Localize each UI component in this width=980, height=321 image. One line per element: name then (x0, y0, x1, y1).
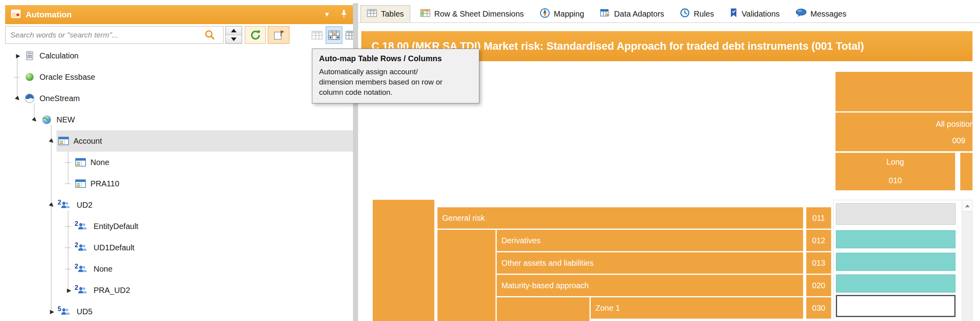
tree-item-ud1default[interactable]: 2 UD1Default (5, 237, 353, 258)
dimension-number-badge: 2 (75, 284, 78, 291)
tree-item-label: None (90, 158, 113, 167)
table-row-general-risk[interactable]: General risk (437, 207, 803, 229)
tab-rules[interactable]: Rules (674, 5, 720, 23)
tab-label: Messages (811, 9, 847, 19)
flag-icon (273, 30, 284, 41)
tab-label: Rules (694, 9, 714, 19)
column-header-block: All positions 009 Long 010 (835, 72, 972, 190)
messages-bubble-icon (796, 8, 807, 19)
table-left-merged-cell (373, 200, 434, 321)
people-icon: 2 (75, 285, 91, 296)
tree-item-onestream[interactable]: ▶ OneStream (5, 88, 353, 109)
table-icon (311, 30, 323, 40)
column-group-header: All positions 009 (835, 113, 972, 151)
dimensions-icon (420, 8, 430, 20)
table-tool-button[interactable] (310, 27, 324, 43)
tab-messages[interactable]: Messages (790, 5, 852, 23)
step-down-button[interactable] (226, 35, 242, 43)
dimension-tree: ▶ Calculation Oracle Essbase ▶ OneStream (5, 45, 353, 321)
tab-label: Data Adaptors (614, 9, 664, 19)
refresh-icon (250, 29, 261, 41)
data-cell-012[interactable] (836, 230, 956, 248)
table-row-maturity-approach[interactable]: Maturity-based approach (497, 275, 803, 296)
tab-label: Row & Sheet Dimensions (434, 9, 524, 19)
expander-collapsed-icon[interactable]: ▶ (48, 307, 56, 316)
column-headers: Long 010 (835, 153, 972, 190)
tab-row-sheet-dimensions[interactable]: Row & Sheet Dimensions (414, 5, 530, 23)
tree-connector (65, 226, 71, 227)
up-arrow-icon (965, 205, 970, 207)
tree-item-label: None (94, 265, 116, 274)
people-icon: 2 (58, 199, 74, 210)
mapping-compass-icon (540, 8, 550, 20)
automation-panel-header: Automation ▼ (5, 5, 353, 24)
row-code-011: 011 (806, 207, 831, 229)
column-header-spacer (835, 72, 972, 111)
column-header-partial (960, 153, 972, 190)
dimension-number-badge: 2 (75, 220, 78, 227)
row-label: Other assets and liabilities (501, 259, 593, 267)
tree-item-none-ud[interactable]: 2 None (5, 258, 353, 280)
globe-icon (41, 114, 53, 125)
dimension-number-badge: 2 (75, 263, 78, 270)
search-input[interactable] (5, 26, 223, 44)
onestream-icon (24, 93, 36, 104)
automap-tooltip: Auto-map Table Rows / Columns Automatica… (312, 49, 479, 103)
table-row-other-assets[interactable]: Other assets and liabilities (497, 252, 803, 274)
row-code-020: 020 (806, 275, 831, 296)
dimension-member-icon (75, 178, 86, 189)
data-cell-013[interactable] (836, 253, 956, 271)
column-group-code: 009 (835, 133, 972, 151)
grid-scrollbar[interactable] (962, 200, 972, 321)
tree-item-pra110[interactable]: PRA110 (5, 173, 353, 194)
up-arrow-icon (231, 29, 237, 32)
validations-flag-icon (730, 8, 738, 20)
tree-item-new[interactable]: ▶ NEW (5, 109, 353, 130)
automap-rows-columns-button[interactable] (326, 26, 342, 44)
column-group-label: All positions (835, 113, 972, 133)
tree-item-label: Oracle Essbase (39, 73, 99, 82)
tree-item-ud5[interactable]: ▶ 5 UD5 (5, 301, 353, 321)
table-row-derivatives[interactable]: Derivatives (497, 230, 803, 251)
tree-item-oracle-essbase[interactable]: Oracle Essbase (5, 66, 353, 88)
people-icon: 2 (75, 221, 91, 232)
tree-item-label: UD2 (77, 201, 96, 210)
tree-item-entitydefault[interactable]: 2 EntityDefault (5, 216, 353, 237)
step-up-button[interactable] (226, 26, 242, 35)
row-label: Derivatives (501, 236, 541, 245)
tree-item-account[interactable]: ▶ Account (5, 130, 353, 152)
expander-collapsed-icon[interactable]: ▶ (65, 286, 73, 295)
refresh-button[interactable] (245, 26, 266, 44)
tree-item-pra-ud2[interactable]: ▶ 2 PRA_UD2 (5, 280, 353, 301)
tree-connector (65, 248, 71, 248)
data-adaptors-icon (600, 8, 610, 20)
tree-item-label: NEW (56, 115, 79, 124)
table-row-zone-1[interactable]: Zone 1 (591, 297, 803, 319)
automation-toolbar (5, 26, 353, 44)
tab-validations[interactable]: Validations (724, 5, 785, 23)
tab-tables[interactable]: Tables (360, 5, 410, 23)
row-code-013: 013 (806, 252, 831, 274)
tree-item-label: OneStream (39, 94, 84, 103)
people-icon: 2 (75, 263, 91, 274)
tree-item-none[interactable]: None (5, 152, 353, 173)
tree-item-calculation[interactable]: ▶ Calculation (5, 45, 353, 66)
chevron-down-icon[interactable]: ▼ (324, 11, 330, 18)
tab-mapping[interactable]: Mapping (534, 5, 590, 23)
data-cell-011-readonly[interactable] (836, 203, 956, 225)
tree-connector (65, 162, 71, 163)
pin-icon[interactable] (340, 9, 347, 20)
flag-mapping-button[interactable] (268, 26, 289, 44)
data-cell-020[interactable] (836, 274, 956, 293)
expander-collapsed-icon[interactable]: ▶ (14, 51, 23, 60)
tab-data-adaptors[interactable]: Data Adaptors (594, 5, 670, 23)
tree-item-ud2[interactable]: ▶ 2 UD2 (5, 194, 353, 216)
scrollbar-up-button[interactable] (962, 200, 972, 212)
dimension-member-icon (75, 157, 86, 168)
essbase-icon (24, 71, 36, 83)
data-cell-030-selected[interactable] (836, 295, 956, 317)
automation-icon (11, 9, 21, 20)
tooltip-line: Automatically assign account/ (319, 67, 472, 77)
table-merged-cell (497, 297, 590, 321)
panel-title: Automation (26, 10, 319, 19)
